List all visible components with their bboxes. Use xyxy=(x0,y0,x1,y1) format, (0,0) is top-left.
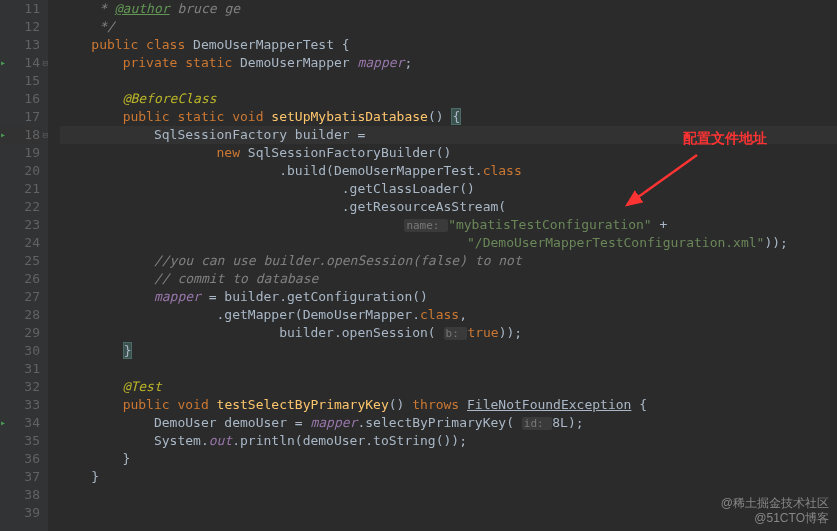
code-line[interactable]: SqlSessionFactory builder = xyxy=(60,126,837,144)
line-number: 33 xyxy=(0,396,40,414)
run-gutter-icon[interactable]: ▸ xyxy=(0,414,6,432)
line-number: 28 xyxy=(0,306,40,324)
line-number: 27 xyxy=(0,288,40,306)
line-number: 21 xyxy=(0,180,40,198)
line-number: 15 xyxy=(0,72,40,90)
line-number: 25 xyxy=(0,252,40,270)
line-number: 14▸⊟ xyxy=(0,54,40,72)
line-number: 34▸ xyxy=(0,414,40,432)
line-number: 17 xyxy=(0,108,40,126)
code-line[interactable]: .getClassLoader() xyxy=(60,180,837,198)
code-line[interactable]: public class DemoUserMapperTest { xyxy=(60,36,837,54)
line-number: 38 xyxy=(0,486,40,504)
code-line[interactable]: .build(DemoUserMapperTest.class xyxy=(60,162,837,180)
code-line[interactable]: "/DemoUserMapperTestConfiguration.xml"))… xyxy=(60,234,837,252)
line-number: 12 xyxy=(0,18,40,36)
line-number: 23 xyxy=(0,216,40,234)
code-line[interactable]: @Test xyxy=(60,378,837,396)
line-number: 31 xyxy=(0,360,40,378)
line-number: 36 xyxy=(0,450,40,468)
code-line[interactable]: } xyxy=(60,450,837,468)
line-number: 29 xyxy=(0,324,40,342)
line-number: 16 xyxy=(0,90,40,108)
code-line[interactable]: DemoUser demoUser = mapper.selectByPrima… xyxy=(60,414,837,432)
code-line[interactable]: System.out.println(demoUser.toString()); xyxy=(60,432,837,450)
code-area[interactable]: * @author bruce ge */ public class DemoU… xyxy=(48,0,837,531)
line-number: 35 xyxy=(0,432,40,450)
line-number: 26 xyxy=(0,270,40,288)
code-line[interactable] xyxy=(60,360,837,378)
line-number: 32 xyxy=(0,378,40,396)
code-line[interactable]: } xyxy=(60,342,837,360)
run-gutter-icon[interactable]: ▸ xyxy=(0,126,6,144)
code-line[interactable]: @BeforeClass xyxy=(60,90,837,108)
line-number: 20 xyxy=(0,162,40,180)
code-editor[interactable]: 11121314▸⊟15161718▸⊟19202122232425262728… xyxy=(0,0,837,531)
code-line[interactable]: * @author bruce ge xyxy=(60,0,837,18)
run-gutter-icon[interactable]: ▸ xyxy=(0,54,6,72)
code-line[interactable]: //you can use builder.openSession(false)… xyxy=(60,252,837,270)
code-line[interactable]: mapper = builder.getConfiguration() xyxy=(60,288,837,306)
code-line[interactable] xyxy=(60,486,837,504)
line-number: 13 xyxy=(0,36,40,54)
code-line[interactable]: public static void setUpMybatisDatabase(… xyxy=(60,108,837,126)
code-line[interactable]: } xyxy=(60,468,837,486)
code-line[interactable]: */ xyxy=(60,18,837,36)
line-number: 18▸⊟ xyxy=(0,126,40,144)
code-line[interactable]: .getMapper(DemoUserMapper.class, xyxy=(60,306,837,324)
code-line[interactable]: name: "mybatisTestConfiguration" + xyxy=(60,216,837,234)
code-line[interactable]: // commit to database xyxy=(60,270,837,288)
code-line[interactable]: builder.openSession( b: true)); xyxy=(60,324,837,342)
line-number: 22 xyxy=(0,198,40,216)
code-line[interactable]: new SqlSessionFactoryBuilder() xyxy=(60,144,837,162)
code-line[interactable]: public void testSelectByPrimaryKey() thr… xyxy=(60,396,837,414)
line-number: 24 xyxy=(0,234,40,252)
code-line[interactable]: private static DemoUserMapper mapper; xyxy=(60,54,837,72)
code-line[interactable]: .getResourceAsStream( xyxy=(60,198,837,216)
line-gutter: 11121314▸⊟15161718▸⊟19202122232425262728… xyxy=(0,0,48,531)
line-number: 19 xyxy=(0,144,40,162)
line-number: 11 xyxy=(0,0,40,18)
line-number: 39 xyxy=(0,504,40,522)
line-number: 37 xyxy=(0,468,40,486)
line-number: 30 xyxy=(0,342,40,360)
code-line[interactable] xyxy=(60,72,837,90)
